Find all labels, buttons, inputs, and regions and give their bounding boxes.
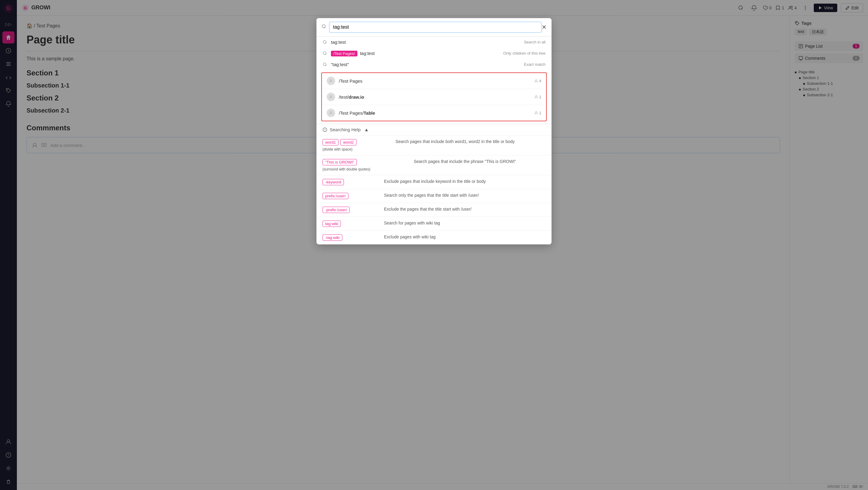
svg-point-35 [330, 112, 332, 113]
help-desc-1: Search pages that include both word1, wo… [396, 139, 546, 144]
result-path-1: /Test Pages [339, 79, 530, 84]
search-overlay: ✕ tag:test Search in all /Test Pages/ ta… [0, 0, 868, 490]
search-icon-left [321, 24, 327, 31]
help-tags-7: -tag:wiki [322, 234, 377, 241]
result-table[interactable]: /Test Pages/Table 1 [322, 105, 546, 121]
suggestion-children-scope: Only children of this tree [503, 51, 546, 56]
suggestion-exact-text: "tag:test" [331, 62, 520, 67]
help-desc-7: Exclude pages with wiki tag [384, 234, 546, 239]
search-modal: ✕ tag:test Search in all /Test Pages/ ta… [316, 18, 552, 244]
search-results-box: /Test Pages 4 /test/draw.io 1 [321, 73, 547, 121]
suggestion-all-text: tag:test [331, 39, 520, 45]
help-row-4: prefix:/user/ Search only the pages that… [316, 189, 552, 203]
scope-badge: /Test Pages/ [331, 51, 358, 56]
svg-point-36 [535, 112, 537, 113]
help-row-6: tag:wiki Search for pages with wiki tag [316, 217, 552, 231]
help-tags-1: word1 word2 (divide with space) [322, 139, 388, 151]
suggestion-all[interactable]: tag:test Search in all [316, 36, 552, 48]
help-row-2: "This is GROWI" (surround with double qu… [316, 155, 552, 175]
help-desc-5: Exclude the pages that the title start w… [384, 207, 546, 211]
help-tags-3: -keyword [322, 179, 377, 185]
search-close-icon[interactable]: ✕ [541, 24, 547, 31]
result-count-3: 1 [534, 111, 541, 115]
help-tags-5: -prefix:/user/ [322, 207, 377, 213]
suggestion-children-text: /Test Pages/ tag:test [331, 51, 500, 56]
result-draw-io[interactable]: /test/draw.io 1 [322, 89, 546, 105]
svg-point-32 [535, 80, 537, 82]
svg-point-31 [330, 80, 332, 82]
help-row-5: -prefix:/user/ Exclude the pages that th… [316, 203, 552, 217]
help-tags-6: tag:wiki [322, 221, 377, 227]
svg-point-34 [535, 96, 537, 97]
result-avatar-2 [327, 93, 335, 101]
help-row-7: -tag:wiki Exclude pages with wiki tag [316, 231, 552, 244]
search-input[interactable] [329, 22, 541, 33]
help-tags-4: prefix:/user/ [322, 193, 377, 199]
help-chevron-icon: ▲ [364, 127, 369, 132]
result-avatar-3 [327, 109, 335, 117]
result-count-1: 4 [534, 79, 541, 83]
help-desc-6: Search for pages with wiki tag [384, 221, 546, 225]
result-avatar-1 [327, 77, 335, 85]
help-header[interactable]: ? Searching Help ▲ [316, 124, 552, 135]
search-input-row: ✕ [316, 18, 552, 36]
suggestion-all-scope: Search in all [524, 40, 546, 45]
svg-point-33 [330, 96, 332, 97]
suggestion-children[interactable]: /Test Pages/ tag:test Only children of t… [316, 48, 552, 59]
suggestion-exact-scope: Exact match [524, 62, 546, 67]
help-tags-2: "This is GROWI" (surround with double qu… [322, 159, 407, 171]
result-path-2: /test/draw.io [339, 94, 530, 99]
help-label: Searching Help [330, 127, 361, 132]
result-path-3: /Test Pages/Table [339, 110, 530, 116]
help-desc-2: Search pages that include the phrase "Th… [414, 159, 546, 164]
help-row-1: word1 word2 (divide with space) Search p… [316, 135, 552, 155]
svg-text:?: ? [324, 128, 326, 131]
result-count-2: 1 [534, 95, 541, 99]
help-desc-3: Exclude pages that include keyword in th… [384, 179, 546, 184]
help-row-3: -keyword Exclude pages that include keyw… [316, 175, 552, 189]
help-desc-4: Search only the pages that the title sta… [384, 193, 546, 198]
suggestion-exact[interactable]: "tag:test" Exact match [316, 59, 552, 70]
result-test-pages[interactable]: /Test Pages 4 [322, 73, 546, 89]
